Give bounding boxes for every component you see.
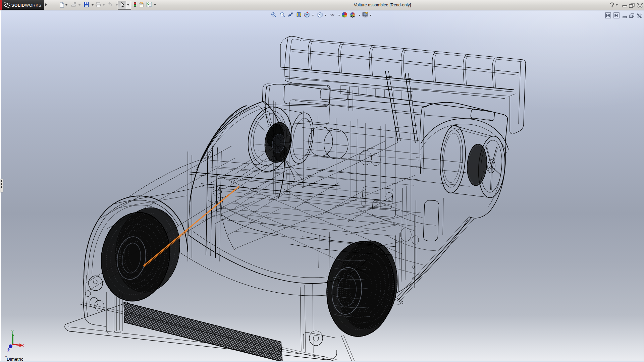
- svg-text:Y: Y: [11, 330, 14, 334]
- svg-text:Z: Z: [7, 349, 10, 353]
- svg-text:X: X: [21, 344, 24, 348]
